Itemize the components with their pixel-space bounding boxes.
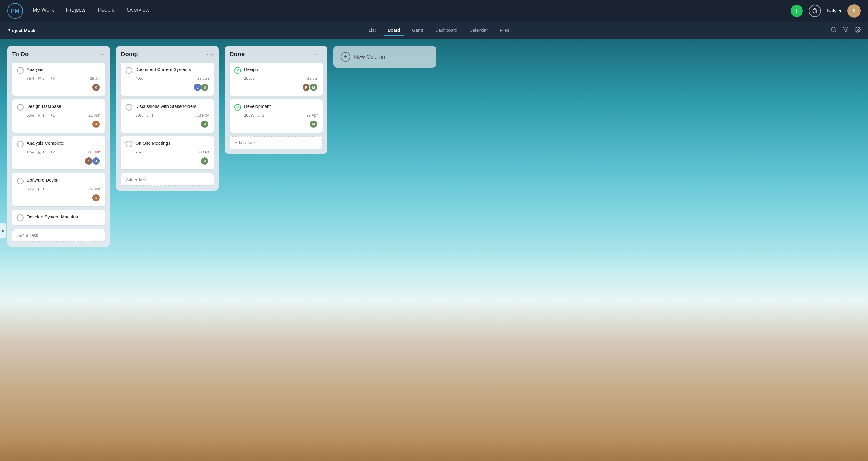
task-checkbox[interactable]: [235, 67, 241, 74]
new-column-icon: +: [341, 52, 350, 62]
column-done: Done ··· Design 100% 18 Jul K M: [225, 46, 328, 154]
user-chevron: ▾: [839, 8, 841, 14]
panel-toggle[interactable]: ▶: [0, 223, 6, 238]
sub-nav-links: List Board Gantt Dashboard Calendar File…: [48, 25, 831, 36]
task-card-develop-modules[interactable]: Develop System Modules: [12, 210, 105, 225]
column-doing-menu[interactable]: ···: [207, 51, 214, 58]
task-card-design-db[interactable]: Design Database 50% 1 1 21 Jun K: [12, 99, 105, 133]
nav-people[interactable]: People: [98, 7, 115, 15]
sub-nav-right: [831, 27, 861, 34]
avatar: M: [200, 120, 209, 128]
add-task-doing[interactable]: Add a Task: [121, 173, 214, 186]
task-progress: 75%: [27, 76, 34, 81]
user-avatar[interactable]: K: [847, 4, 861, 18]
task-date-overdue: 07 Jun: [89, 150, 100, 154]
task-card-doc-systems[interactable]: Document Current Systems 40% 28 Jun J M: [121, 63, 214, 96]
tab-gantt[interactable]: Gantt: [407, 25, 428, 36]
task-name: Design: [244, 67, 318, 72]
column-done-menu[interactable]: ···: [316, 51, 322, 58]
avatar: M: [309, 83, 318, 92]
task-name: On-Site Meetings: [135, 141, 209, 146]
timer-button[interactable]: [809, 5, 821, 17]
task-name: Document Current Systems: [135, 67, 209, 72]
task-card-software-design[interactable]: Software Design 50% 1 26 Jun K: [12, 173, 105, 206]
task-name: Software Design: [27, 177, 100, 182]
task-checkbox[interactable]: [235, 104, 241, 111]
board-background: ▶ To Do ··· Analysis 75% 2: [0, 39, 868, 461]
column-todo-title: To Do: [12, 51, 29, 58]
svg-point-3: [857, 29, 859, 30]
avatar: M: [309, 120, 318, 128]
task-name: Analysis: [27, 67, 100, 72]
task-checkbox[interactable]: [17, 178, 24, 184]
sub-nav: Project Mock List Board Gantt Dashboard …: [0, 22, 868, 39]
task-card-onsite[interactable]: On-Site Meetings 75% 08 Oct M: [121, 136, 214, 170]
task-name: Development: [244, 103, 318, 109]
tab-board[interactable]: Board: [383, 25, 405, 36]
task-name: Develop System Modules: [27, 214, 100, 219]
app-logo[interactable]: PM: [7, 3, 23, 19]
avatar: J: [92, 157, 100, 165]
search-icon[interactable]: [831, 27, 837, 34]
avatar: M: [200, 157, 209, 165]
task-date: 28 Jul: [90, 76, 100, 81]
nav-links: My Work Projects People Overview: [33, 7, 781, 15]
column-todo-header: To Do ···: [12, 51, 105, 58]
task-card-analysis[interactable]: Analysis 75% 2 6 28 Jul K: [12, 63, 105, 96]
comment-count: 6: [48, 76, 55, 81]
nav-projects[interactable]: Projects: [66, 7, 86, 15]
edit-count: 2: [38, 76, 45, 81]
settings-icon[interactable]: [855, 27, 861, 34]
svg-marker-2: [843, 27, 848, 32]
filter-icon[interactable]: [843, 27, 849, 34]
add-button[interactable]: +: [791, 5, 803, 17]
task-name: Analysis Complete: [27, 141, 100, 146]
new-column-label: New Column: [354, 54, 385, 60]
tab-dashboard[interactable]: Dashboard: [430, 25, 462, 36]
task-card-development[interactable]: Development 100% 1 29 Apr M: [229, 99, 322, 133]
task-avatars: K: [17, 83, 100, 92]
task-meta: 75% 2 6 28 Jul: [17, 76, 100, 81]
task-checkbox[interactable]: [17, 67, 24, 74]
task-checkbox[interactable]: [126, 104, 132, 111]
task-checkbox[interactable]: [17, 104, 24, 111]
task-checkbox[interactable]: [126, 67, 132, 74]
add-task-todo[interactable]: Add a Task: [12, 229, 105, 242]
nav-overview[interactable]: Overview: [127, 7, 150, 15]
tab-files[interactable]: Files: [495, 25, 514, 36]
top-nav: PM My Work Projects People Overview + Ka…: [0, 0, 868, 22]
task-top: Analysis: [17, 67, 100, 74]
column-done-title: Done: [229, 51, 245, 58]
task-card-discussions[interactable]: Discussions with Stakeholders 50% 1 18 N…: [121, 99, 214, 133]
nav-my-work[interactable]: My Work: [33, 7, 54, 15]
add-task-done[interactable]: Add a Task: [229, 136, 322, 149]
avatar: K: [92, 83, 100, 92]
avatar: M: [200, 83, 209, 92]
column-todo: To Do ··· Analysis 75% 2 6: [7, 46, 110, 247]
user-name: Katy: [827, 8, 837, 13]
task-name: Discussions with Stakeholders: [135, 103, 209, 109]
task-checkbox[interactable]: [17, 214, 24, 221]
column-doing: Doing ··· Document Current Systems 40% 2…: [116, 46, 219, 191]
nav-right: + Katy ▾ K: [791, 4, 861, 18]
user-menu[interactable]: Katy ▾: [827, 8, 841, 14]
task-name: Design Database: [27, 103, 100, 109]
avatar: K: [92, 120, 100, 128]
column-todo-menu[interactable]: ···: [98, 51, 105, 58]
project-name: Project Mock: [7, 28, 35, 33]
new-column-button[interactable]: + New Column: [334, 46, 436, 68]
task-card-design[interactable]: Design 100% 18 Jul K M: [229, 63, 322, 96]
tab-calendar[interactable]: Calendar: [465, 25, 493, 36]
avatar: K: [92, 194, 100, 202]
task-checkbox[interactable]: [126, 141, 132, 147]
task-checkbox[interactable]: [17, 141, 24, 147]
svg-point-1: [832, 27, 835, 31]
tab-list[interactable]: List: [364, 25, 380, 36]
task-card-analysis-complete[interactable]: Analysis Complete 12% 1 2 07 Jun K: [12, 136, 105, 170]
column-doing-title: Doing: [121, 51, 138, 58]
